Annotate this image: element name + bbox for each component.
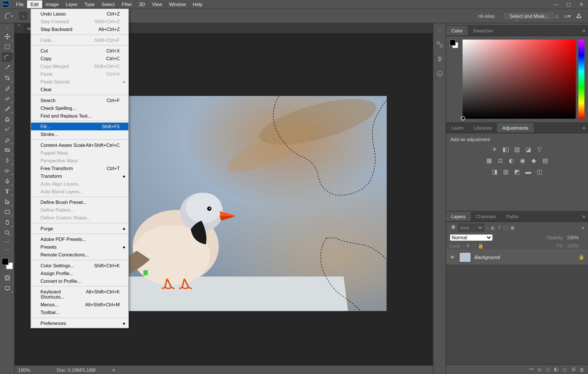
menu-item-copy[interactable]: CopyCtrl+C xyxy=(31,55,128,63)
menu-item-presets[interactable]: Presets▸ xyxy=(31,243,128,251)
layer-style-icon[interactable]: fx xyxy=(538,367,541,372)
active-tool-icon[interactable]: ▾ xyxy=(3,11,15,21)
eraser-tool[interactable] xyxy=(1,135,13,145)
maximize-button[interactable]: ▢ xyxy=(563,1,574,8)
menu-item-stroke[interactable]: Stroke... xyxy=(31,130,128,138)
layers-tab[interactable]: Layers xyxy=(446,211,471,221)
new-adjustment-icon[interactable]: ◐ xyxy=(554,367,558,372)
lock-all-icon[interactable]: 🔒 xyxy=(478,243,484,249)
menu-layer[interactable]: Layer xyxy=(62,1,81,8)
menu-3d[interactable]: 3D xyxy=(136,1,148,8)
menu-item-fill[interactable]: Fill...Shift+F5 xyxy=(31,123,128,130)
hue-sat-icon[interactable]: ▦ xyxy=(485,157,493,164)
type-tool[interactable]: T xyxy=(1,187,13,196)
layer-mask-icon[interactable]: ◻ xyxy=(546,367,550,372)
filter-adjust-icon[interactable]: ◐ xyxy=(491,225,495,231)
menu-view[interactable]: View xyxy=(148,1,165,8)
color-balance-icon[interactable]: ⚖ xyxy=(496,157,504,164)
healing-tool[interactable] xyxy=(1,94,13,103)
adjustments-tab[interactable]: Adjustments xyxy=(497,123,533,132)
hand-tool[interactable] xyxy=(1,218,13,227)
lock-artboard-icon[interactable]: ⬚ xyxy=(472,243,476,249)
selective-color-icon[interactable]: ◫ xyxy=(535,168,543,176)
menu-item-toolbar[interactable]: Toolbar... xyxy=(31,309,128,316)
filter-type-icon[interactable]: T xyxy=(498,225,501,230)
menu-item-clear[interactable]: Clear xyxy=(31,86,128,94)
search-icon[interactable]: ⌕ xyxy=(555,13,559,20)
color-lookup-icon[interactable]: ▤ xyxy=(541,157,549,164)
link-layers-icon[interactable]: ⚯ xyxy=(529,367,533,372)
menu-file[interactable]: File xyxy=(13,1,27,8)
vibrance-icon[interactable]: ▽ xyxy=(535,145,543,153)
menu-edit[interactable]: Edit xyxy=(27,1,42,8)
new-group-icon[interactable]: 🗀 xyxy=(562,367,567,372)
menu-item-transform[interactable]: Transform▸ xyxy=(31,172,128,180)
menu-item-purge[interactable]: Purge▸ xyxy=(31,225,128,232)
layer-lock-icon[interactable]: 🔒 xyxy=(579,254,585,260)
layer-name[interactable]: Background xyxy=(475,254,500,260)
workspace-icon[interactable]: ▭▾ xyxy=(564,13,571,19)
edit-toolbar[interactable]: ⋯ xyxy=(1,245,13,254)
brush-tool[interactable] xyxy=(1,104,13,114)
menu-item-define-brush-preset[interactable]: Define Brush Preset... xyxy=(31,198,128,206)
menu-help[interactable]: Help xyxy=(189,1,206,8)
exposure-icon[interactable]: ◪ xyxy=(524,145,532,153)
color-picker[interactable] xyxy=(463,40,576,119)
menu-window[interactable]: Window xyxy=(166,1,189,8)
menu-type[interactable]: Type xyxy=(81,1,98,8)
panel-menu-icon[interactable]: ≡ xyxy=(580,125,588,130)
filter-shape-icon[interactable]: ▢ xyxy=(503,225,508,231)
quick-mask-toggle[interactable] xyxy=(1,273,13,283)
menu-filter[interactable]: Filter xyxy=(118,1,136,8)
libraries-tab[interactable]: Libraries xyxy=(469,123,497,132)
eyedropper-tool[interactable] xyxy=(1,83,13,93)
filter-pixel-icon[interactable]: ▫ xyxy=(487,225,488,230)
new-layer-icon[interactable]: ⊞ xyxy=(572,367,576,372)
opacity-value[interactable]: 100% xyxy=(566,235,585,241)
marquee-tool[interactable] xyxy=(1,42,13,52)
delete-layer-icon[interactable]: 🗑 xyxy=(580,367,585,372)
foreground-background-colors[interactable] xyxy=(1,258,13,270)
photo-filter-icon[interactable]: ◉ xyxy=(519,157,527,164)
screen-mode-toggle[interactable] xyxy=(1,284,13,293)
menu-item-search[interactable]: SearchCtrl+F xyxy=(31,96,128,104)
threshold-icon[interactable]: ◩ xyxy=(513,168,521,176)
menu-item-preferences[interactable]: Preferences▸ xyxy=(31,319,128,327)
history-panel-icon[interactable] xyxy=(435,40,444,49)
status-flyout[interactable]: ▸ xyxy=(113,367,115,373)
channels-tab[interactable]: Channels xyxy=(471,211,501,221)
document-info[interactable]: Doc: 5.16M/5.16M xyxy=(57,367,96,372)
paths-tab[interactable]: Paths xyxy=(501,211,523,221)
path-selection-tool[interactable] xyxy=(1,197,13,207)
panel-menu-icon[interactable]: ≡ xyxy=(580,214,588,219)
brightness-icon[interactable]: ☀ xyxy=(491,145,498,153)
rectangle-tool[interactable] xyxy=(1,207,13,217)
color-fg-bg[interactable] xyxy=(450,40,460,119)
minimize-button[interactable]: ― xyxy=(550,1,561,8)
invert-icon[interactable]: ◨ xyxy=(491,168,498,176)
panel-menu-icon[interactable]: ≡ xyxy=(580,28,588,33)
swatches-tab[interactable]: Swatches xyxy=(468,26,499,35)
menu-image[interactable]: Image xyxy=(42,1,62,8)
bw-icon[interactable]: ◐ xyxy=(508,157,515,164)
menu-item-adobe-pdf-presets[interactable]: Adobe PDF Presets... xyxy=(31,235,128,243)
blur-tool[interactable] xyxy=(1,156,13,165)
info-panel-icon[interactable] xyxy=(435,69,444,78)
stamp-tool[interactable] xyxy=(1,114,13,124)
menu-item-content-aware-scale[interactable]: Content-Aware ScaleAlt+Shift+Ctrl+C xyxy=(31,141,128,149)
learn-tab[interactable]: Learn xyxy=(446,123,469,132)
close-button[interactable]: ✕ xyxy=(576,1,587,8)
menu-item-find-and-replace-text[interactable]: Find and Replace Text... xyxy=(31,112,128,120)
color-tab[interactable]: Color xyxy=(446,26,468,35)
menu-item-step-backward[interactable]: Step BackwardAlt+Ctrl+Z xyxy=(31,26,128,33)
properties-panel-icon[interactable] xyxy=(435,54,444,64)
gradient-tool[interactable] xyxy=(1,145,13,155)
menu-item-assign-profile[interactable]: Assign Profile... xyxy=(31,269,128,277)
lock-position-icon[interactable]: ✥ xyxy=(466,243,470,249)
menu-item-free-transform[interactable]: Free TransformCtrl+T xyxy=(31,164,128,172)
menu-item-undo-lasso[interactable]: Undo LassoCtrl+Z xyxy=(31,10,128,18)
posterize-icon[interactable]: ▥ xyxy=(502,168,510,176)
share-icon[interactable] xyxy=(576,13,582,19)
menu-item-color-settings[interactable]: Color Settings...Shift+Ctrl+K xyxy=(31,262,128,269)
menu-item-cut[interactable]: CutCtrl+X xyxy=(31,47,128,55)
